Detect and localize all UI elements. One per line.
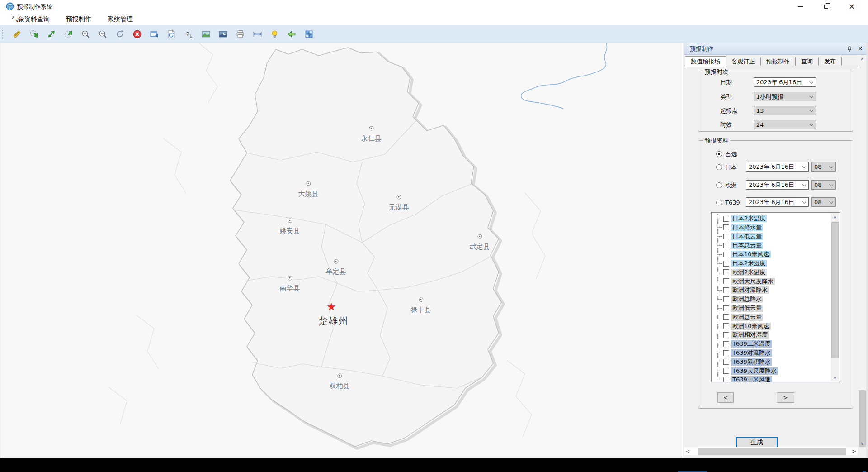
radio-label[interactable]: 日本 <box>725 163 737 172</box>
hour-dropdown[interactable]: 08 <box>811 162 836 172</box>
tree-item-label[interactable]: 日本总云量 <box>731 242 763 249</box>
checkbox[interactable] <box>723 278 729 284</box>
pan-arrow-button[interactable] <box>42 28 60 40</box>
hour-dropdown[interactable]: 08 <box>811 197 836 207</box>
tree-item-label[interactable]: 欧洲2米温度 <box>731 269 767 276</box>
close-button[interactable]: × <box>841 0 862 13</box>
checkbox[interactable] <box>723 224 729 230</box>
radio-label[interactable]: 自选 <box>725 150 737 158</box>
tab-4[interactable]: 发布 <box>819 57 842 66</box>
reload-doc-button[interactable] <box>163 28 180 40</box>
stop-button[interactable] <box>128 28 146 40</box>
toolbar-grip[interactable] <box>2 29 4 39</box>
menu-item-2[interactable]: 系统管理 <box>102 14 138 25</box>
checkbox[interactable] <box>723 368 729 374</box>
scroll-left-icon[interactable]: < <box>684 447 691 455</box>
scroll-down-icon[interactable]: ∨ <box>858 440 866 447</box>
tree-item-label[interactable]: T639大尺度降水 <box>731 367 778 375</box>
date-picker[interactable]: 2023年 6月16日 <box>746 180 809 190</box>
help-cursor-button[interactable]: ? <box>180 28 197 40</box>
next-button[interactable]: > <box>777 392 794 403</box>
panel-hscroll-thumb[interactable] <box>698 448 846 455</box>
tree-item-label[interactable]: 日本低云量 <box>731 233 763 240</box>
date-picker[interactable]: 2023年 6月16日 <box>746 197 809 207</box>
menu-item-0[interactable]: 气象资料查询 <box>6 14 55 25</box>
dropdown[interactable]: 24 <box>754 120 816 129</box>
panel-horizontal-scrollbar[interactable]: < > <box>684 447 858 455</box>
checkbox[interactable] <box>723 261 729 267</box>
image-day-button[interactable] <box>197 28 214 40</box>
checkbox[interactable] <box>723 377 729 382</box>
map-layers-button[interactable] <box>300 28 317 40</box>
measure-width-button[interactable] <box>249 28 266 40</box>
measure-ruler-button[interactable] <box>8 28 25 40</box>
prev-button[interactable]: < <box>717 392 734 403</box>
tree-item-label[interactable]: 日本10米风速 <box>731 251 771 258</box>
panel-vscroll-thumb[interactable] <box>859 390 866 447</box>
zoom-out-button[interactable] <box>94 28 111 40</box>
export-window-button[interactable] <box>146 28 163 40</box>
marker-light-button[interactable] <box>266 28 283 40</box>
radio-selected[interactable] <box>716 151 722 157</box>
refresh-view-button[interactable] <box>111 28 128 40</box>
checkbox[interactable] <box>723 314 729 320</box>
select-area-button[interactable] <box>25 28 42 40</box>
tree-item-label[interactable]: T639对流降水 <box>731 349 772 357</box>
panel-close-icon[interactable]: × <box>857 45 863 52</box>
tree-scrollbar[interactable]: ∧ ∨ <box>831 213 839 381</box>
radio-unselected[interactable] <box>716 182 722 188</box>
tree-item-label[interactable]: T639累积降水 <box>731 358 772 366</box>
scroll-up-icon[interactable]: ∧ <box>858 55 866 62</box>
print-button[interactable] <box>231 28 249 40</box>
tree-item-label[interactable]: T639十米风速 <box>731 376 772 382</box>
map-canvas[interactable]: 永仁县大姚县元谋县姚安县武定县牟定县南华县禄丰县双柏县 ★ 楚雄州 <box>0 43 683 458</box>
select-circle-button[interactable] <box>60 28 77 40</box>
scroll-right-icon[interactable]: > <box>850 447 858 455</box>
radio-label[interactable]: T639 <box>725 199 740 206</box>
checkbox[interactable] <box>723 287 729 293</box>
tab-3[interactable]: 查询 <box>796 57 819 66</box>
checkbox[interactable] <box>723 350 729 356</box>
scroll-up-icon[interactable]: ∧ <box>831 213 839 220</box>
panel-vertical-scrollbar[interactable]: ∧ ∨ <box>858 55 866 447</box>
menu-item-1[interactable]: 预报制作 <box>61 14 97 25</box>
checkbox[interactable] <box>723 359 729 365</box>
tree-item-label[interactable]: 欧洲对流降水 <box>731 286 769 294</box>
generate-button[interactable]: 生成 <box>736 437 778 448</box>
tree-item-label[interactable]: 日本降水量 <box>731 224 763 231</box>
dropdown[interactable]: 13 <box>754 106 816 115</box>
checkbox[interactable] <box>723 269 729 275</box>
checkbox[interactable] <box>723 252 729 257</box>
date-picker[interactable]: 2023年 6月16日 <box>754 77 816 87</box>
tree-item-label[interactable]: T639二米温度 <box>731 340 772 348</box>
hour-dropdown[interactable]: 08 <box>811 180 836 190</box>
tree-item-label[interactable]: 日本2米湿度 <box>731 260 767 267</box>
checkbox[interactable] <box>723 305 729 311</box>
back-arrow-button[interactable] <box>283 28 300 40</box>
tree-item-label[interactable]: 欧洲低云量 <box>731 305 763 312</box>
checkbox[interactable] <box>723 296 729 302</box>
dropdown[interactable]: 1小时预报 <box>754 92 816 101</box>
radio-unselected[interactable] <box>716 164 722 170</box>
checkbox[interactable] <box>723 332 729 338</box>
tab-1[interactable]: 客观订正 <box>726 57 761 66</box>
tree-item-label[interactable]: 欧洲10米风速 <box>731 323 771 330</box>
tree-item-label[interactable]: 欧洲大尺度降水 <box>731 278 775 285</box>
image-night-button[interactable] <box>214 28 231 40</box>
zoom-in-button[interactable] <box>77 28 94 40</box>
checkbox[interactable] <box>723 341 729 347</box>
radio-unselected[interactable] <box>716 200 722 205</box>
maximize-button[interactable] <box>816 0 836 13</box>
tree-item-label[interactable]: 欧洲相对湿度 <box>731 331 769 339</box>
tree-item-label[interactable]: 欧洲总云量 <box>731 314 763 321</box>
tab-0[interactable]: 数值预报场 <box>685 56 726 67</box>
tree-item-label[interactable]: 欧洲总降水 <box>731 296 763 303</box>
pin-icon[interactable] <box>846 46 853 53</box>
date-picker[interactable]: 2023年 6月16日 <box>746 162 809 172</box>
checkbox[interactable] <box>723 243 729 248</box>
scroll-down-icon[interactable]: ∨ <box>831 374 839 381</box>
radio-label[interactable]: 欧洲 <box>725 181 737 190</box>
tree-item-label[interactable]: 日本2米温度 <box>731 215 767 222</box>
tab-2[interactable]: 预报制作 <box>761 57 796 66</box>
checkbox[interactable] <box>723 323 729 329</box>
